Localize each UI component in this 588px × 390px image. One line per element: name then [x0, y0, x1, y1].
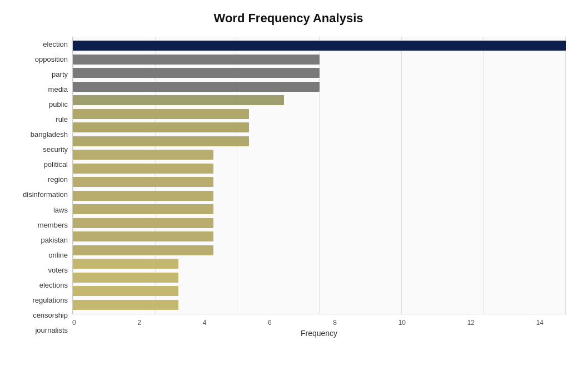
bar-row	[73, 285, 566, 297]
y-label: members	[11, 218, 68, 231]
y-label: regulations	[11, 293, 68, 307]
bar-row	[73, 94, 566, 106]
bar	[73, 109, 249, 119]
bar	[73, 136, 249, 146]
y-label: media	[11, 83, 68, 96]
bar-row	[73, 149, 566, 161]
bar-row	[73, 176, 566, 188]
y-label: disinformation	[11, 188, 68, 201]
x-tick: 10	[398, 319, 406, 327]
x-tick: 0	[72, 319, 76, 327]
bar-row	[73, 53, 566, 66]
bar	[73, 273, 178, 283]
y-label: security	[11, 143, 68, 156]
bar	[73, 218, 213, 228]
bars-container	[73, 37, 566, 314]
bar-row	[73, 203, 566, 215]
bar-row	[73, 271, 566, 284]
y-label: censorship	[11, 308, 68, 322]
bar	[73, 231, 213, 241]
bar	[73, 245, 213, 255]
bar-row	[73, 108, 566, 120]
bar	[73, 150, 213, 160]
bar	[73, 164, 213, 174]
bar-row	[73, 258, 566, 270]
bar	[73, 82, 320, 92]
bar	[73, 300, 178, 310]
bar-row	[73, 40, 566, 52]
bar	[73, 122, 249, 132]
bar-row	[73, 81, 566, 93]
bar	[73, 68, 320, 78]
bar	[73, 286, 178, 296]
y-label: political	[11, 158, 68, 171]
x-tick: 6	[268, 319, 272, 327]
bar-row	[73, 299, 566, 311]
bar-row	[73, 67, 566, 79]
y-axis: electionoppositionpartymediapublicruleba…	[11, 37, 72, 338]
bar-row	[73, 217, 566, 229]
bar	[73, 41, 566, 51]
y-label: region	[11, 173, 68, 186]
y-label: elections	[11, 278, 68, 292]
y-label: pakistan	[11, 233, 68, 246]
bar	[73, 55, 320, 65]
chart-container: Word Frequency Analysis electionoppositi…	[0, 0, 588, 390]
y-label: public	[11, 98, 68, 111]
bar-row	[73, 230, 566, 243]
y-label: journalists	[11, 323, 68, 337]
bar	[73, 259, 178, 269]
x-tick: 14	[536, 319, 544, 327]
y-label: party	[11, 68, 68, 81]
x-tick: 12	[467, 319, 475, 327]
bar	[73, 95, 284, 105]
chart-title: Word Frequency Analysis	[11, 11, 566, 26]
bar-row	[73, 162, 566, 175]
y-label: rule	[11, 113, 68, 126]
bar-row	[73, 244, 566, 256]
bar	[73, 177, 213, 187]
y-label: election	[11, 38, 68, 51]
y-label: bangladesh	[11, 128, 68, 141]
chart-area: electionoppositionpartymediapublicruleba…	[11, 37, 566, 338]
x-tick: 8	[333, 319, 337, 327]
y-label: opposition	[11, 53, 68, 66]
y-label: online	[11, 248, 68, 261]
y-label: laws	[11, 203, 68, 216]
bar	[73, 204, 213, 214]
x-axis-label: Frequency	[72, 329, 566, 338]
bar	[73, 191, 213, 201]
x-tick: 4	[203, 319, 207, 327]
bar-row	[73, 190, 566, 202]
bar-row	[73, 121, 566, 134]
y-label: voters	[11, 263, 68, 277]
plot-area	[72, 37, 566, 314]
bar-row	[73, 135, 566, 147]
x-tick: 2	[137, 319, 141, 327]
